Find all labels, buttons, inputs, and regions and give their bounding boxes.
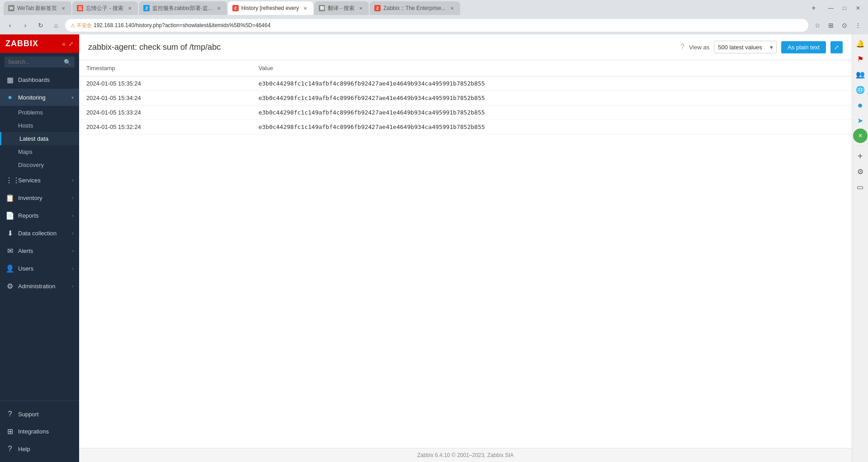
tab-title: History [refreshed every — [241, 5, 299, 11]
sidebar-item-label: Reports — [18, 212, 69, 219]
help-circle-icon[interactable]: ? — [680, 43, 684, 51]
rs-flag-icon[interactable]: ⚑ — [853, 52, 868, 66]
tab-close-icon[interactable]: ✕ — [215, 5, 222, 12]
help-icon: ? — [5, 445, 14, 453]
tab-close-icon[interactable]: ✕ — [448, 5, 456, 12]
sidebar-item-label: Data collection — [18, 230, 69, 237]
chevron-right-icon: › — [72, 213, 74, 218]
view-as-label: View as — [689, 44, 709, 51]
view-as-wrapper: 500 latest values 100 latest values 1000… — [714, 41, 777, 53]
rs-arrow-icon[interactable]: ➤ — [853, 113, 868, 128]
value-cell: e3b0c44298fc1c149afbf4c8996fb92427ae41e4… — [251, 105, 852, 120]
tab-bar: W WeTab 新标签页 ✕ 忘 忘情公子 - 搜索 ✕ Z 监控服务zabbi… — [0, 0, 868, 16]
view-as-select[interactable]: 500 latest values 100 latest values 1000… — [714, 41, 777, 53]
collapse-icon[interactable]: « — [62, 40, 66, 48]
maximize-button[interactable]: □ — [838, 2, 851, 14]
sidebar-item-label: Inventory — [18, 195, 69, 201]
address-input[interactable]: ⚠ 不安全 192.168.116.140/history.php?action… — [65, 19, 808, 32]
chevron-right-icon: › — [72, 231, 74, 236]
timestamp-cell: 2024-01-05 15:33:24 — [79, 105, 251, 120]
rs-settings-icon[interactable]: ⚙ — [853, 164, 868, 179]
rs-users-icon[interactable]: 👥 — [853, 67, 868, 81]
chevron-right-icon: › — [72, 266, 74, 271]
chevron-right-icon: › — [72, 248, 74, 253]
footer-text: Zabbix 6.4.10 © 2001–2023, Zabbix SIA — [417, 452, 514, 458]
browser-tab-t5[interactable]: 翻 翻译 - 搜索 ✕ — [314, 1, 369, 15]
sidebar-item-monitoring[interactable]: ● Monitoring ▾ — [0, 89, 79, 106]
tab-title: Zabbix :: The Enterprise... — [383, 5, 446, 11]
sidebar-item-problems[interactable]: Problems — [0, 106, 79, 119]
data-collection-icon: ⬇ — [5, 229, 14, 238]
plain-text-button[interactable]: As plain text — [781, 41, 826, 53]
rs-divider — [855, 146, 866, 146]
sidebar-nav: ▦ Dashboards ● Monitoring ▾ Problems Hos… — [0, 71, 79, 400]
sidebar-item-administration[interactable]: ⚙ Administration › — [0, 277, 79, 295]
sidebar-item-maps[interactable]: Maps — [0, 145, 79, 158]
back-button[interactable]: ‹ — [4, 19, 16, 32]
home-button[interactable]: ⌂ — [50, 19, 62, 32]
timestamp-cell: 2024-01-05 15:32:24 — [79, 120, 251, 134]
rs-circle-icon[interactable]: ● — [853, 98, 868, 112]
right-sidebar: 🔔 ⚑ 👥 🌐 ● ➤ ✕ + ⚙ ▭ — [852, 34, 868, 462]
sidebar-item-label: Users — [18, 265, 69, 272]
fullscreen-button[interactable]: ⤢ — [830, 41, 843, 53]
close-button[interactable]: ✕ — [852, 2, 864, 14]
forward-button[interactable]: › — [19, 19, 32, 32]
table-row: 2024-01-05 15:32:24 e3b0c44298fc1c149afb… — [79, 120, 852, 134]
rs-square-icon[interactable]: ▭ — [853, 180, 868, 194]
browser-tab-t6[interactable]: Z Zabbix :: The Enterprise... ✕ — [370, 1, 460, 15]
dashboards-icon: ▦ — [5, 76, 14, 84]
rs-plus-icon[interactable]: + — [853, 149, 868, 163]
minimize-button[interactable]: — — [825, 2, 837, 14]
sidebar-item-label: Integrations — [18, 428, 74, 435]
profile-icon[interactable]: ⊙ — [838, 19, 851, 32]
sidebar-item-inventory[interactable]: 📋 Inventory › — [0, 189, 79, 207]
chevron-right-icon: › — [72, 178, 74, 183]
sidebar-item-label: Dashboards — [18, 76, 74, 83]
sidebar-item-integrations[interactable]: ⊞ Integrations — [0, 423, 79, 440]
sidebar-item-users[interactable]: 👤 Users › — [0, 260, 79, 277]
sidebar-item-label: Help — [18, 446, 74, 452]
tab-close-icon[interactable]: ✕ — [357, 5, 364, 12]
chevron-right-icon: › — [72, 284, 74, 289]
menu-icon[interactable]: ⋮ — [852, 19, 864, 32]
rs-x-green-icon[interactable]: ✕ — [853, 129, 868, 143]
history-table: Timestamp Value 2024-01-05 15:35:24 e3b0… — [79, 60, 852, 134]
security-label: 不安全 — [77, 22, 92, 29]
sidebar-item-dashboards[interactable]: ▦ Dashboards — [0, 71, 79, 89]
timestamp-cell: 2024-01-05 15:35:24 — [79, 76, 251, 91]
browser-tab-t3[interactable]: Z 监控服务zabbix部署-监... ✕ — [139, 1, 227, 15]
extension-puzzle-icon[interactable]: ⊞ — [825, 19, 837, 32]
sidebar-item-label: Monitoring — [18, 94, 68, 101]
expand-icon[interactable]: ⤢ — [68, 40, 74, 48]
value-column-header: Value — [251, 60, 852, 76]
logo-controls: « ⤢ — [62, 40, 74, 48]
browser-tab-t1[interactable]: W WeTab 新标签页 ✕ — [4, 1, 71, 15]
table-row: 2024-01-05 15:34:24 e3b0c44298fc1c149afb… — [79, 91, 852, 105]
sidebar-item-latest-data[interactable]: Latest data — [0, 132, 79, 145]
sidebar-item-help[interactable]: ? Help — [0, 440, 79, 457]
bookmark-star-icon[interactable]: ☆ — [811, 19, 824, 32]
new-tab-button[interactable]: + — [807, 2, 820, 14]
rs-globe-icon[interactable]: 🌐 — [853, 82, 868, 97]
tab-close-icon[interactable]: ✕ — [60, 5, 67, 12]
sidebar-item-label: Support — [18, 411, 74, 418]
page-title: zabbix-agent: check sum of /tmp/abc — [88, 43, 221, 52]
sidebar-item-discovery[interactable]: Discovery — [0, 158, 79, 171]
browser-tab-t2[interactable]: 忘 忘情公子 - 搜索 ✕ — [72, 1, 138, 15]
reload-button[interactable]: ↻ — [34, 19, 47, 32]
rs-notifications-icon[interactable]: 🔔 — [853, 36, 868, 51]
sidebar-item-data-collection[interactable]: ⬇ Data collection › — [0, 224, 79, 242]
sidebar-item-alerts[interactable]: ✉ Alerts › — [0, 242, 79, 260]
sidebar-item-support[interactable]: ? Support — [0, 405, 79, 423]
sidebar-item-services[interactable]: ⋮⋮ Services › — [0, 171, 79, 189]
sidebar-item-reports[interactable]: 📄 Reports › — [0, 207, 79, 224]
chevron-down-icon: ▾ — [71, 95, 74, 100]
address-bar: ‹ › ↻ ⌂ ⚠ 不安全 192.168.116.140/history.ph… — [0, 16, 868, 34]
sidebar-item-hosts[interactable]: Hosts — [0, 119, 79, 132]
main-content: zabbix-agent: check sum of /tmp/abc ? Vi… — [79, 34, 852, 462]
browser-tab-t4[interactable]: Z History [refreshed every ✕ — [228, 1, 313, 15]
sidebar-item-label: Services — [18, 177, 69, 184]
tab-close-icon[interactable]: ✕ — [126, 5, 133, 12]
tab-close-icon[interactable]: ✕ — [302, 5, 309, 12]
